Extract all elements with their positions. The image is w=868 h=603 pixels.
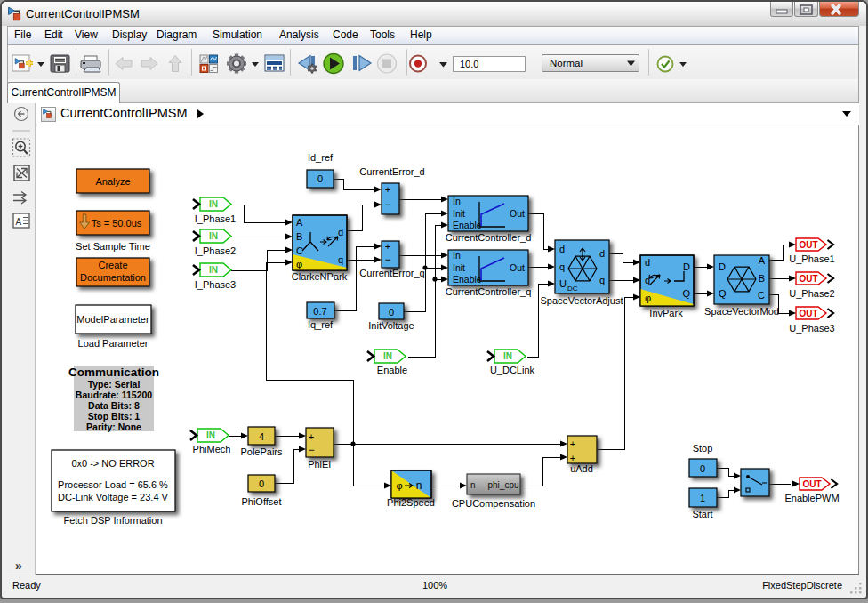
svg-text:q: q bbox=[599, 275, 605, 285]
svg-text:PhiMech: PhiMech bbox=[193, 444, 231, 454]
svg-text:Communication: Communication bbox=[68, 366, 159, 379]
svg-text:−: − bbox=[384, 253, 390, 266]
svg-text:Create: Create bbox=[98, 260, 127, 270]
svg-text:Load Parameter: Load Parameter bbox=[78, 338, 149, 349]
svg-text:Analyze: Analyze bbox=[95, 176, 130, 187]
svg-text:−: − bbox=[308, 444, 314, 456]
svg-text:Enable: Enable bbox=[453, 220, 482, 230]
svg-text:φ: φ bbox=[645, 293, 651, 303]
svg-text:PhiOffset: PhiOffset bbox=[241, 496, 281, 507]
svg-text:D: D bbox=[719, 261, 726, 272]
svg-text:0: 0 bbox=[700, 463, 705, 474]
svg-text:Stop Bits: 1: Stop Bits: 1 bbox=[88, 411, 140, 422]
svg-text:D: D bbox=[683, 261, 690, 272]
svg-text:U_Phase3: U_Phase3 bbox=[789, 323, 834, 334]
svg-text:4: 4 bbox=[259, 431, 264, 442]
svg-text:I_Phase2: I_Phase2 bbox=[195, 245, 236, 256]
svg-text:+: + bbox=[309, 431, 314, 442]
svg-text:Out: Out bbox=[510, 262, 525, 273]
svg-text:Init: Init bbox=[453, 208, 465, 219]
svg-text:CurrentController_q: CurrentController_q bbox=[446, 286, 532, 297]
svg-text:+: + bbox=[570, 453, 575, 463]
svg-text:B: B bbox=[759, 273, 765, 284]
svg-text:CurrentError_d: CurrentError_d bbox=[359, 166, 424, 177]
svg-text:0: 0 bbox=[317, 173, 323, 184]
svg-text:DC-Link Voltage = 23.4 V: DC-Link Voltage = 23.4 V bbox=[58, 492, 168, 502]
svg-text:I_Phase1: I_Phase1 bbox=[195, 213, 236, 224]
svg-text:1: 1 bbox=[700, 493, 705, 503]
svg-text:0.7: 0.7 bbox=[313, 306, 326, 317]
svg-text:U_DCLink: U_DCLink bbox=[490, 365, 535, 375]
svg-text:Id_ref: Id_ref bbox=[308, 152, 334, 163]
svg-text:U_Phase1: U_Phase1 bbox=[789, 253, 834, 264]
svg-text:IN: IN bbox=[209, 199, 218, 209]
svg-text:CurrentController_d: CurrentController_d bbox=[446, 232, 532, 243]
svg-text:Phi2Speed: Phi2Speed bbox=[387, 497, 435, 508]
svg-text:Enable: Enable bbox=[453, 274, 482, 285]
svg-text:uAdd: uAdd bbox=[570, 463, 593, 474]
svg-text:Type: Serial: Type: Serial bbox=[88, 379, 141, 390]
svg-text:Set Sample Time: Set Sample Time bbox=[76, 241, 150, 252]
svg-text:IN: IN bbox=[206, 430, 215, 440]
svg-text:PolePairs: PolePairs bbox=[240, 446, 283, 457]
svg-text:CurrentError_q: CurrentError_q bbox=[359, 268, 424, 278]
svg-text:Baudrate: 115200: Baudrate: 115200 bbox=[76, 390, 153, 400]
svg-text:DC: DC bbox=[567, 285, 578, 293]
svg-text:ClarkeNPark: ClarkeNPark bbox=[292, 271, 348, 282]
svg-text:d: d bbox=[559, 244, 565, 254]
svg-text:+: + bbox=[385, 184, 390, 195]
svg-text:CPUCompensation: CPUCompensation bbox=[452, 498, 535, 509]
svg-text:IN: IN bbox=[383, 351, 392, 361]
svg-text:q: q bbox=[559, 261, 565, 272]
svg-text:φ: φ bbox=[396, 480, 402, 491]
svg-text:d: d bbox=[338, 227, 343, 237]
svg-text:IN: IN bbox=[209, 231, 218, 241]
svg-text:EnablePWM: EnablePWM bbox=[784, 493, 839, 503]
svg-text:InitVoltage: InitVoltage bbox=[368, 320, 414, 331]
svg-text:Out: Out bbox=[510, 208, 525, 219]
svg-text:+: + bbox=[570, 438, 575, 449]
svg-text:InvPark: InvPark bbox=[649, 308, 683, 318]
svg-text:In: In bbox=[453, 250, 461, 261]
svg-text:Data Bits: 8: Data Bits: 8 bbox=[88, 400, 140, 411]
svg-text:φ: φ bbox=[296, 259, 302, 269]
svg-text:C: C bbox=[758, 290, 765, 301]
svg-text:Processor Load = 65.6 %: Processor Load = 65.6 % bbox=[58, 479, 168, 490]
svg-text:IN: IN bbox=[209, 265, 218, 275]
svg-text:OUT: OUT bbox=[802, 479, 821, 489]
svg-text:d: d bbox=[599, 248, 605, 259]
svg-text:A: A bbox=[16, 217, 22, 227]
svg-text:0x0 -> NO ERROR: 0x0 -> NO ERROR bbox=[71, 458, 154, 469]
svg-text:Documentation: Documentation bbox=[80, 272, 146, 283]
svg-text:Start: Start bbox=[692, 509, 712, 519]
svg-text:0: 0 bbox=[259, 478, 264, 489]
svg-text:Fetch DSP Information: Fetch DSP Information bbox=[63, 515, 162, 526]
svg-text:U: U bbox=[559, 278, 567, 289]
svg-text:phi_cpu: phi_cpu bbox=[487, 480, 518, 490]
svg-text:A: A bbox=[296, 217, 303, 228]
svg-text:Q: Q bbox=[682, 288, 690, 299]
svg-text:Enable: Enable bbox=[377, 365, 407, 375]
svg-text:IN: IN bbox=[503, 351, 512, 361]
svg-text:−: − bbox=[384, 198, 390, 211]
svg-text:U_Phase2: U_Phase2 bbox=[789, 288, 834, 299]
svg-text:0: 0 bbox=[389, 307, 394, 318]
svg-text:SpaceVectorAdjust: SpaceVectorAdjust bbox=[541, 295, 623, 306]
svg-text:ModelParameter: ModelParameter bbox=[76, 314, 149, 325]
svg-text:I_Phase3: I_Phase3 bbox=[195, 279, 236, 290]
svg-text:+: + bbox=[385, 241, 390, 252]
svg-text:OUT: OUT bbox=[799, 274, 817, 284]
svg-text:Parity: None: Parity: None bbox=[86, 422, 141, 432]
svg-text:Stop: Stop bbox=[693, 443, 713, 454]
svg-text:A: A bbox=[759, 255, 766, 266]
svg-text:n: n bbox=[470, 480, 476, 490]
svg-text:n: n bbox=[416, 479, 422, 492]
svg-text:B: B bbox=[296, 231, 302, 242]
svg-text:Ts = 50.0us: Ts = 50.0us bbox=[92, 218, 142, 229]
svg-text:In: In bbox=[453, 196, 461, 206]
svg-text:Iq_ref: Iq_ref bbox=[308, 319, 334, 330]
svg-text:OUT: OUT bbox=[799, 309, 817, 318]
svg-text:SpaceVectorMod: SpaceVectorMod bbox=[704, 306, 779, 317]
svg-text:PhiEl: PhiEl bbox=[308, 459, 331, 470]
svg-text:Init: Init bbox=[453, 262, 465, 273]
